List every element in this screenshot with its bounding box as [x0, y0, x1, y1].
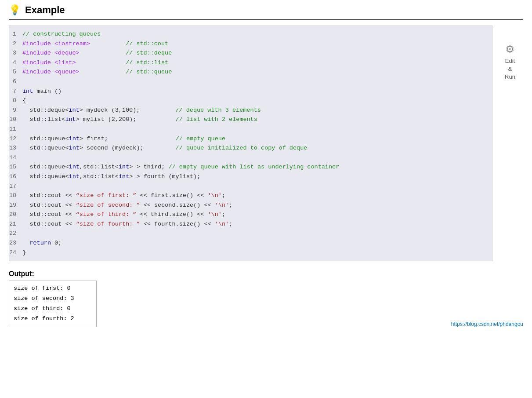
- line-number: 20: [9, 210, 22, 219]
- edit-run-panel[interactable]: ⚙ Edit&Run: [497, 26, 523, 81]
- lightbulb-icon: 💡: [9, 4, 21, 16]
- line-number: 9: [9, 106, 22, 115]
- line-content: std::queue<int,std::list<int> > fourth (…: [22, 172, 487, 182]
- token: int: [69, 107, 79, 113]
- token: [90, 40, 126, 47]
- token: int: [69, 145, 80, 151]
- output-line: size of second: 3: [14, 294, 92, 304]
- token: [22, 240, 29, 246]
- line-number: 12: [9, 134, 22, 144]
- line-content: std::queue<int> first; // empty queue: [22, 134, 487, 144]
- token: int: [119, 173, 129, 180]
- line-number: 5: [9, 67, 22, 77]
- token: << second.size() <<: [140, 202, 215, 208]
- line-content: std::cout << “size of third: ” << third.…: [22, 210, 487, 219]
- token: int: [65, 116, 76, 123]
- line-content: // constructing queues: [22, 29, 487, 39]
- line-number: 17: [9, 182, 22, 191]
- page-title: Example: [25, 4, 65, 16]
- token: #include: [22, 59, 54, 66]
- token: int: [69, 135, 80, 142]
- output-box: size of first: 0size of second: 3size of…: [9, 281, 97, 327]
- token: '\n': [215, 221, 229, 227]
- code-line: 22: [9, 229, 492, 238]
- token: std::queue<: [22, 164, 69, 170]
- output-section: Output: size of first: 0size of second: …: [9, 270, 523, 327]
- token: << fourth.size() <<: [140, 221, 215, 227]
- token: <deque>: [54, 50, 80, 56]
- token: <iostream>: [54, 40, 90, 47]
- token: #include: [22, 40, 54, 47]
- output-line: size of fourth: 2: [14, 314, 92, 324]
- token: int: [119, 164, 129, 170]
- code-line: 6: [9, 77, 492, 87]
- line-number: 8: [9, 96, 22, 106]
- token: return: [29, 240, 51, 246]
- token: '\n': [208, 211, 222, 218]
- output-line: size of first: 0: [14, 284, 92, 294]
- edit-run-label[interactable]: Edit&Run: [505, 57, 515, 81]
- footer-url: https://blog.csdn.net/phdangou: [451, 321, 523, 327]
- token: 0;: [51, 240, 62, 246]
- line-content: std::cout << “size of first: ” << first.…: [22, 191, 487, 201]
- line-content: #include <iostream> // std::cout: [22, 39, 487, 49]
- token: <queue>: [54, 69, 80, 75]
- token: ;: [229, 221, 232, 227]
- line-number: 16: [9, 172, 22, 182]
- token: int: [69, 173, 80, 180]
- token: #include: [22, 50, 54, 56]
- code-section: 1// constructing queues2#include <iostre…: [9, 26, 523, 261]
- token: << first.size() <<: [136, 192, 207, 199]
- token: [80, 69, 126, 75]
- code-line: 1// constructing queues: [9, 29, 492, 39]
- code-line: 13 std::queue<int> second (mydeck); // q…: [9, 143, 492, 153]
- output-label: Output:: [9, 270, 523, 278]
- code-line: 4#include <list> // std::list: [9, 58, 492, 68]
- code-line: 11: [9, 124, 492, 134]
- line-content: std::deque<int> mydeck (3,100); // deque…: [22, 106, 487, 115]
- line-number: 3: [9, 48, 22, 58]
- line-number: 14: [9, 153, 22, 163]
- token: “size of fourth: ”: [76, 221, 140, 227]
- token: std::queue<: [22, 145, 69, 151]
- token: '\n': [215, 202, 229, 208]
- code-line: 15 std::queue<int,std::list<int> > third…: [9, 162, 492, 172]
- token: <list>: [54, 59, 76, 66]
- code-line: 24}: [9, 248, 492, 258]
- line-content: std::list<int> mylist (2,200); // list w…: [22, 115, 487, 124]
- line-content: [22, 124, 487, 134]
- token: “size of second: ”: [76, 202, 140, 208]
- line-number: 18: [9, 191, 22, 201]
- token: ,std::list<: [80, 164, 119, 170]
- token: std::cout <<: [22, 202, 76, 208]
- code-line: 23 return 0;: [9, 238, 492, 248]
- token: std::cout <<: [22, 221, 76, 227]
- line-content: [22, 182, 487, 191]
- code-line: 3#include <deque> // std::deque: [9, 48, 492, 58]
- line-number: 22: [9, 229, 22, 238]
- code-line: 19 std::cout << “size of second: ” << se…: [9, 201, 492, 210]
- token: {: [22, 97, 26, 104]
- token: > mylist (2,200);: [76, 116, 176, 123]
- code-block: 1// constructing queues2#include <iostre…: [9, 26, 492, 261]
- line-content: std::queue<int> second (mydeck); // queu…: [22, 143, 487, 153]
- line-number: 13: [9, 143, 22, 153]
- token: ,std::list<: [80, 173, 119, 180]
- token: > > fourth (mylist);: [129, 173, 200, 180]
- line-content: std::cout << “size of second: ” << secon…: [22, 201, 487, 210]
- line-content: return 0;: [22, 238, 487, 248]
- code-line: 14: [9, 153, 492, 163]
- token: '\n': [208, 192, 222, 199]
- code-line: 17: [9, 182, 492, 191]
- token: std::deque<: [22, 107, 69, 113]
- token: > second (mydeck);: [80, 145, 176, 151]
- token: // std::list: [126, 59, 168, 66]
- code-line: 8{: [9, 96, 492, 106]
- code-line: 7int main (): [9, 87, 492, 96]
- line-content: std::cout << “size of fourth: ” << fourt…: [22, 219, 487, 229]
- code-line: 9 std::deque<int> mydeck (3,100); // deq…: [9, 106, 492, 115]
- line-number: 1: [9, 29, 22, 39]
- line-number: 7: [9, 87, 22, 96]
- line-content: #include <queue> // std::queue: [22, 67, 487, 77]
- line-content: std::queue<int,std::list<int> > third; /…: [22, 162, 487, 172]
